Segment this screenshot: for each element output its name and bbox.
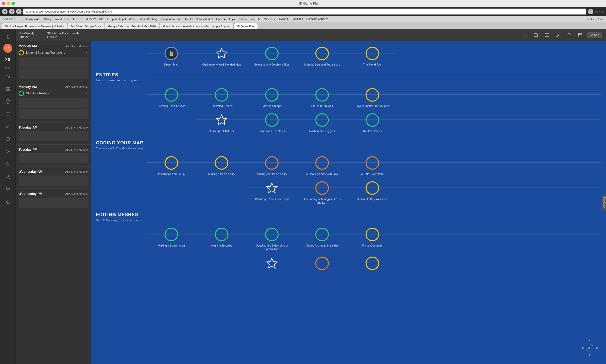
node-healing-ability[interactable]: A Healing Ability with LUA bbox=[297, 156, 347, 176]
close-button[interactable] bbox=[2, 2, 5, 5]
node-structure-prefabs[interactable]: Structure Prefabs bbox=[297, 88, 347, 108]
nav-up-button[interactable]: ▲ bbox=[586, 336, 593, 344]
bookmark-woot[interactable]: Woot bbox=[129, 18, 135, 21]
user-avatar[interactable]: R bbox=[3, 44, 12, 53]
monday-pm-add-btn[interactable]: Add Blank Module bbox=[65, 85, 88, 88]
bookmark-apple[interactable]: Apple bbox=[229, 18, 236, 21]
sidebar-item-trophy[interactable] bbox=[2, 96, 13, 107]
node-meshes-node3[interactable] bbox=[347, 256, 397, 273]
nav-left-button[interactable]: ◀ bbox=[578, 344, 586, 351]
breadcrumb-item-course[interactable]: 3D Game Design with Dota 2 bbox=[47, 31, 85, 39]
node-spawning-creeps[interactable]: Spawning Creeps bbox=[196, 88, 247, 108]
node-challenge-killbox[interactable]: Challenge: A Kill Box bbox=[196, 113, 247, 133]
mac-window-controls[interactable] bbox=[2, 2, 15, 5]
sidebar-item-power[interactable] bbox=[2, 196, 13, 207]
node-meshes-node2[interactable] bbox=[297, 256, 347, 273]
node-installation[interactable]: Installation and Setup bbox=[146, 156, 196, 176]
node-spawn-area[interactable]: Making a Spawn Area bbox=[146, 227, 196, 247]
node-datadriven[interactable]: A DataDriven Item bbox=[347, 156, 397, 176]
node-aligning-textures[interactable]: Aligning Textures bbox=[196, 227, 247, 247]
node-fixing-geometry[interactable]: Fixing Geometry bbox=[347, 227, 397, 247]
bookmark-popular[interactable]: Popular ▾ bbox=[291, 17, 303, 21]
monday-am-add-btn[interactable]: Add Blank Module bbox=[65, 45, 88, 48]
tab-drive[interactable]: My Drive – Google Drive bbox=[68, 23, 104, 29]
tab-apple-support[interactable]: How to take a screenshot on your Mac – A… bbox=[160, 23, 234, 29]
bookmark-amazon[interactable]: Amazon bbox=[216, 18, 226, 21]
node-roshan[interactable]: Roshan and Triggers bbox=[297, 113, 347, 133]
url-bar[interactable]: idgameplan.com/course/planner/main/DOTA/… bbox=[23, 9, 586, 15]
edit-button[interactable] bbox=[554, 31, 562, 39]
node-desert-map[interactable]: Desert Map bbox=[146, 46, 196, 66]
sidebar-item-home[interactable] bbox=[2, 71, 13, 82]
wednesday-pm-add-btn[interactable]: Add Blank Module bbox=[65, 192, 88, 195]
bookmark-chase[interactable]: Chase Banking bbox=[138, 18, 157, 21]
nav-down-button[interactable]: ▼ bbox=[586, 351, 593, 359]
tuesday-am-add-btn[interactable]: Add Blank Module bbox=[65, 126, 88, 129]
sidebar-item-map[interactable] bbox=[2, 83, 13, 94]
node-moving-creeps[interactable]: Moving Creeps bbox=[247, 88, 297, 108]
node-basic-ability[interactable]: Making a Basic Ability bbox=[196, 156, 247, 176]
bookmark-youtube[interactable]: YouTube bbox=[250, 18, 261, 21]
node-challenge-blended[interactable]: Challenge: A Well-Blended Map bbox=[196, 46, 247, 66]
bookmark-shopgoodwill[interactable]: shopgoodwill.com bbox=[160, 18, 182, 21]
node-neutral-creeps[interactable]: Neutral Creeps bbox=[347, 113, 397, 133]
forward-button[interactable]: ▶ bbox=[9, 9, 15, 14]
sidebar-item-gear[interactable] bbox=[2, 146, 13, 157]
bookmark-news[interactable]: News ▾ bbox=[279, 17, 289, 21]
bookmark-xfinity2[interactable]: XFINITY bbox=[85, 18, 96, 21]
node-selecting-tiles[interactable]: Selecting and Disabling Tiles bbox=[247, 46, 297, 66]
bookmark-wikipedia[interactable]: Wikipedia bbox=[264, 18, 276, 21]
node-creating-entities[interactable]: Creating Basic Entities bbox=[146, 88, 196, 108]
settings-button[interactable]: ⋮ bbox=[588, 9, 593, 14]
node-material-sets[interactable]: Material Sets and Transitions bbox=[297, 46, 347, 66]
bookmark-comcastmail[interactable]: Comcast Mail bbox=[196, 18, 213, 21]
node-shops-fountains[interactable]: Shops and Fountains bbox=[247, 113, 297, 133]
node-teleporting[interactable]: Teleporting with Trigger Boxes and LUA bbox=[297, 181, 347, 205]
tab-linkedin[interactable]: World's Largest Professional Network | L… bbox=[2, 23, 67, 29]
nav-center-button[interactable]: ◉ bbox=[586, 344, 593, 351]
sidebar-item-search[interactable] bbox=[2, 159, 13, 170]
bookmark-hpepp[interactable]: HP EPP bbox=[99, 18, 109, 21]
node-challenge-script[interactable]: Challenge: Your Own Script bbox=[247, 181, 297, 201]
node-blend-tool[interactable]: The Blend Tool bbox=[347, 46, 397, 66]
module-item-close2[interactable]: ✕ bbox=[85, 92, 88, 95]
tab-idgameplan[interactable]: iD Game Plan bbox=[234, 23, 258, 29]
node-meshes-challenge[interactable] bbox=[247, 256, 297, 273]
export-button[interactable] bbox=[576, 31, 584, 39]
node-detailing-sides[interactable]: Detailing the Sides of your Spawn Area bbox=[247, 227, 297, 251]
refresh-button[interactable]: ↻ bbox=[16, 9, 22, 14]
bookmark-xfinity[interactable]: Xfinity bbox=[44, 18, 52, 21]
bookmark-comcastxfinity[interactable]: Comcast Xfinity ▾ bbox=[306, 17, 328, 21]
bookmark-yahoo[interactable]: Yahoo! bbox=[239, 18, 247, 21]
node-adding-arches[interactable]: Adding Arches to the Sides bbox=[297, 227, 347, 247]
sidebar-item-compass[interactable] bbox=[2, 134, 13, 145]
back-button[interactable]: ◀ bbox=[2, 9, 8, 14]
feedback-tab[interactable]: Feedback bbox=[602, 195, 606, 210]
delete-button[interactable] bbox=[565, 31, 573, 39]
wednesday-am-add-btn[interactable]: Add Blank Module bbox=[65, 170, 88, 173]
sidebar-item-cart[interactable] bbox=[2, 184, 13, 195]
bookmark-gateway[interactable]: Gateway – At... bbox=[22, 18, 41, 21]
sidebar-toggle-button[interactable]: ⟪ bbox=[2, 31, 13, 42]
tab-calendar[interactable]: Google Calendar – Month of May 2016 bbox=[105, 23, 159, 29]
module-item-close[interactable]: ✕ bbox=[85, 51, 88, 54]
sidebar-item-list[interactable] bbox=[2, 108, 13, 119]
tuesday-pm-add-btn[interactable]: Add Blank Module bbox=[65, 148, 88, 151]
bookmark-netflix[interactable]: Netflix bbox=[185, 18, 193, 21]
node-towers[interactable]: Towers, Inputs, and Outputs bbox=[347, 88, 397, 108]
sidebar-item-wrench[interactable] bbox=[2, 121, 13, 132]
screen-button[interactable] bbox=[543, 31, 551, 39]
node-adding-ability[interactable]: Adding your Basic Ability bbox=[247, 156, 297, 176]
bookmark-parents[interactable]: parents.pdf bbox=[112, 18, 126, 21]
add-module-button[interactable] bbox=[521, 31, 529, 39]
bookmark-worlddesk[interactable]: World Desk Reference bbox=[55, 18, 82, 21]
reader-button[interactable]: Reader bbox=[595, 10, 604, 13]
minimize-button[interactable] bbox=[7, 2, 10, 5]
node-shop-buy[interactable]: A Shop to Buy Your Item bbox=[347, 181, 397, 201]
copy-button[interactable] bbox=[532, 31, 540, 39]
shared-button[interactable]: Shared bbox=[587, 32, 602, 38]
sidebar-item-user[interactable] bbox=[2, 171, 13, 182]
maximize-button[interactable] bbox=[12, 2, 15, 5]
breadcrumb-item-weekly[interactable]: My Weekly Outline bbox=[19, 31, 43, 39]
nav-right-button[interactable]: ▶ bbox=[593, 344, 601, 351]
